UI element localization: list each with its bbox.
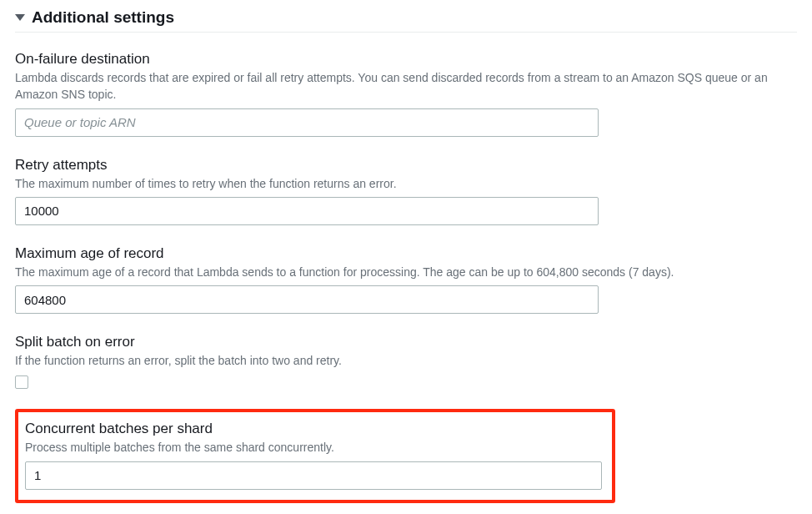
caret-down-icon <box>15 14 25 21</box>
on-failure-input[interactable] <box>15 108 599 137</box>
max-age-input[interactable] <box>15 285 599 314</box>
split-batch-label: Split batch on error <box>15 334 797 350</box>
section-header[interactable]: Additional settings <box>15 8 797 33</box>
section-title: Additional settings <box>32 8 174 27</box>
max-age-desc: The maximum age of a record that Lambda … <box>15 264 797 280</box>
concurrent-desc: Process multiple batches from the same s… <box>25 439 605 456</box>
retry-attempts-group: Retry attempts The maximum number of tim… <box>15 157 797 225</box>
split-batch-checkbox[interactable] <box>15 375 28 389</box>
on-failure-desc: Lambda discards records that are expired… <box>15 69 797 103</box>
concurrent-label: Concurrent batches per shard <box>25 421 605 437</box>
retry-desc: The maximum number of times to retry whe… <box>15 175 797 192</box>
split-batch-desc: If the function returns an error, split … <box>15 352 797 369</box>
retry-input[interactable] <box>15 197 599 225</box>
max-age-group: Maximum age of record The maximum age of… <box>15 245 797 314</box>
split-batch-group: Split batch on error If the function ret… <box>15 334 797 392</box>
concurrent-highlight: Concurrent batches per shard Process mul… <box>15 409 615 502</box>
max-age-label: Maximum age of record <box>15 245 797 262</box>
concurrent-input[interactable] <box>25 461 602 490</box>
concurrent-batches-group: Concurrent batches per shard Process mul… <box>25 421 605 489</box>
on-failure-destination-group: On-failure destination Lambda discards r… <box>15 51 797 137</box>
on-failure-label: On-failure destination <box>15 51 797 68</box>
retry-label: Retry attempts <box>15 157 797 174</box>
